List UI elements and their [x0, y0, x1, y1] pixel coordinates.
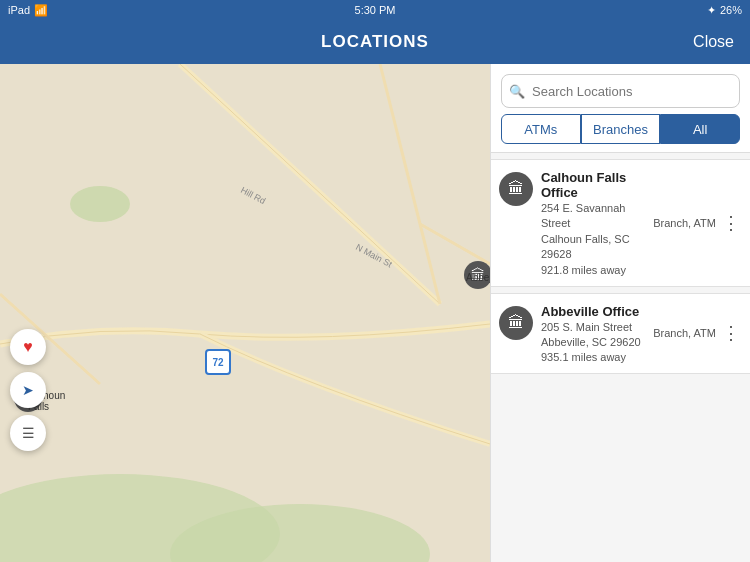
- main-container: Hill Rd N Main St 72 🏛 🏛 CalhounFalls Ab…: [0, 64, 750, 562]
- location-icon-bank: 🏛: [499, 306, 533, 340]
- location-distance: 921.8 miles away: [541, 264, 649, 276]
- location-info: Calhoun Falls Office 254 E. Savannah Str…: [541, 170, 649, 276]
- favorites-button[interactable]: ♥: [10, 329, 46, 365]
- location-info: Abbeville Office 205 S. Main Street Abbe…: [541, 304, 649, 364]
- list-button[interactable]: ☰: [10, 415, 46, 451]
- more-options-button[interactable]: ⋮: [720, 212, 742, 234]
- location-icon-bank: 🏛: [499, 172, 533, 206]
- carrier-label: iPad: [8, 4, 30, 16]
- location-address: 205 S. Main Street Abbeville, SC 29620: [541, 320, 649, 351]
- location-item[interactable]: 🏛 Abbeville Office 205 S. Main Street Ab…: [491, 293, 750, 375]
- highway-badge: 72: [205, 349, 231, 375]
- location-name: Calhoun Falls Office: [541, 170, 649, 200]
- location-icon: ➤: [22, 382, 34, 398]
- location-address: 254 E. Savannah Street Calhoun Falls, SC…: [541, 201, 649, 263]
- svg-point-3: [70, 186, 130, 222]
- location-list: 🏛 Calhoun Falls Office 254 E. Savannah S…: [491, 153, 750, 562]
- map-area[interactable]: Hill Rd N Main St 72 🏛 🏛 CalhounFalls Ab…: [0, 64, 490, 562]
- sidebar: 🔍 ATMs Branches All 🏛 Calhoun Falls Offi…: [490, 64, 750, 562]
- location-button[interactable]: ➤: [10, 372, 46, 408]
- search-container: 🔍: [491, 64, 750, 114]
- location-type: Branch, ATM: [653, 217, 716, 229]
- location-name: Abbeville Office: [541, 304, 649, 319]
- status-bar: iPad 📶 5:30 PM ✦ 26%: [0, 0, 750, 20]
- filter-tabs: ATMs Branches All: [491, 114, 750, 153]
- close-button[interactable]: Close: [693, 33, 734, 51]
- battery-label: 26%: [720, 4, 742, 16]
- location-type: Branch, ATM: [653, 327, 716, 339]
- location-distance: 935.1 miles away: [541, 351, 649, 363]
- tab-atms[interactable]: ATMs: [501, 114, 581, 144]
- tab-branches[interactable]: Branches: [581, 114, 661, 144]
- list-icon: ☰: [22, 425, 35, 441]
- page-title: LOCATIONS: [321, 32, 429, 52]
- location-item[interactable]: 🏛 Calhoun Falls Office 254 E. Savannah S…: [491, 159, 750, 287]
- search-icon: 🔍: [509, 84, 525, 99]
- time-label: 5:30 PM: [355, 4, 396, 16]
- more-options-button[interactable]: ⋮: [720, 322, 742, 344]
- tab-all[interactable]: All: [660, 114, 740, 144]
- wifi-icon: 📶: [34, 4, 48, 17]
- bluetooth-icon: ✦: [707, 4, 716, 17]
- heart-icon: ♥: [23, 338, 33, 356]
- map-label-abbe: Abbe: [466, 272, 489, 283]
- search-input[interactable]: [501, 74, 740, 108]
- nav-bar: LOCATIONS Close: [0, 20, 750, 64]
